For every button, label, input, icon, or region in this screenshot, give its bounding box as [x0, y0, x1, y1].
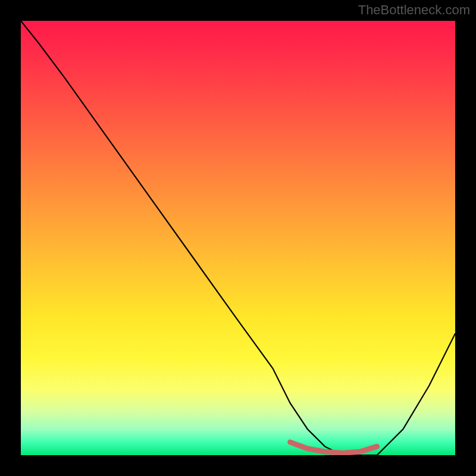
bottleneck-curve-line	[21, 21, 455, 455]
chart-svg	[21, 21, 455, 455]
plot-area	[21, 21, 455, 455]
watermark-text: TheBottleneck.com	[358, 2, 470, 18]
highlight-segment-line	[290, 442, 377, 453]
